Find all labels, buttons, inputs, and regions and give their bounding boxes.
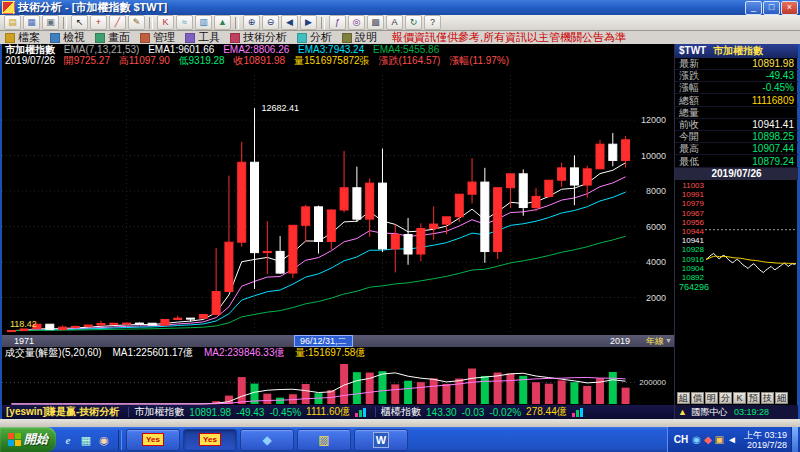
quote-tab-K[interactable]: K xyxy=(733,392,746,404)
menu-item-4[interactable]: 工具 xyxy=(185,30,220,45)
crosshair-tool-icon[interactable]: + xyxy=(90,15,107,30)
y-axis-tick: 10000 xyxy=(641,151,666,161)
menu-item-1[interactable]: 檢視 xyxy=(50,30,85,45)
window-bottom-frame xyxy=(0,419,800,427)
cursor-tool-icon[interactable]: ↖ xyxy=(71,15,88,30)
prev-period-icon[interactable]: ◀ xyxy=(281,15,298,30)
candle-chart-icon[interactable]: K xyxy=(157,15,174,30)
ticker-category: 國際中心 xyxy=(691,407,727,417)
price-ladder-value: 10944 xyxy=(675,227,704,236)
internet-explorer-icon[interactable]: e xyxy=(60,432,76,448)
quote-tab-分[interactable]: 分 xyxy=(719,392,732,404)
bar-chart-icon[interactable]: ▥ xyxy=(195,15,212,30)
intraday-sparkline xyxy=(705,180,797,282)
y-axis-tick: 2000 xyxy=(646,293,666,303)
language-indicator[interactable]: CH xyxy=(674,434,688,445)
text-note-icon[interactable]: A xyxy=(386,15,403,30)
quote-tab-預[interactable]: 預 xyxy=(747,392,760,404)
show-desktop-button[interactable] xyxy=(791,427,798,452)
yeswin-quote-window-button[interactable]: Yes xyxy=(126,429,180,451)
indicator-bar: 市加權指數 EMA(7,13,21,53) EMA1:9601.66 EMA2:… xyxy=(2,44,677,55)
menu-item-7[interactable]: 說明 xyxy=(342,30,377,45)
intraday-mini-chart[interactable]: 1100310991109791096710956109441094110928… xyxy=(675,180,798,282)
minimize-button[interactable]: _ xyxy=(745,1,762,15)
quote-row-label: 總額 xyxy=(679,95,699,107)
pencil-tool-icon[interactable]: ✎ xyxy=(128,15,145,30)
antivirus-tray-icon[interactable]: ◆ xyxy=(704,434,712,445)
spark-bar xyxy=(355,413,358,417)
line-chart-icon[interactable]: ≈ xyxy=(176,15,193,30)
print-icon[interactable]: ▣ xyxy=(42,15,59,30)
help-icon[interactable]: ? xyxy=(424,15,441,30)
menu-item-6[interactable]: 分析 xyxy=(297,30,332,45)
quote-row-label: 最高 xyxy=(679,143,699,155)
quote-panel-header[interactable]: $TWT 市加權指數 xyxy=(675,44,798,58)
show-desktop-icon[interactable]: ▦ xyxy=(78,432,94,448)
folder-window-button[interactable]: ▨ xyxy=(297,429,351,451)
period-mode-selector[interactable]: 年線 xyxy=(646,335,664,347)
trendline-tool-icon[interactable]: ╱ xyxy=(109,15,126,30)
technical-analysis-window: 技術分析 - [市加權指數 $TWT] _ □ × ▤▦▣↖+╱✎K≈▥▲⊕⊖◀… xyxy=(0,0,800,452)
yeswin-analysis-window-button[interactable]: Yes xyxy=(183,429,237,451)
volume-bar-chart[interactable]: 200000 xyxy=(2,358,674,405)
quote-tab-明[interactable]: 明 xyxy=(705,392,718,404)
menu-item-3[interactable]: 管理 xyxy=(140,30,175,45)
network-tray-icon[interactable]: ◉ xyxy=(692,434,701,445)
menu-item-icon xyxy=(230,33,240,43)
refresh-icon[interactable]: ↻ xyxy=(405,15,422,30)
quote-tab-細[interactable]: 細 xyxy=(775,392,788,404)
quote-row-value: 11116809 xyxy=(752,95,794,107)
main-candlestick-chart[interactable]: 2000400060008000100001200012682.41118.42 xyxy=(2,65,674,335)
area-chart-icon[interactable]: ▲ xyxy=(214,15,231,30)
spark-bar xyxy=(576,410,579,417)
quote-tab-價[interactable]: 價 xyxy=(691,392,704,404)
update-tray-icon[interactable]: ▣ xyxy=(715,434,724,445)
menu-item-icon xyxy=(140,33,150,43)
menu-item-0[interactable]: 檔案 xyxy=(5,30,40,45)
quote-panel-tabs: 組價明分K預技細 xyxy=(675,392,800,405)
news-ticker[interactable]: ▲ 國際中心 03:19:28 xyxy=(675,405,798,419)
ema4-value: EMA4:5455.86 xyxy=(373,44,439,55)
index1-sparkbars-icon xyxy=(355,408,366,417)
titlebar[interactable]: 技術分析 - [市加權指數 $TWT] _ □ × xyxy=(0,0,800,15)
series-low-label: 118.42 xyxy=(10,319,37,329)
price-ladder-value: 10991 xyxy=(675,190,704,199)
menu-item-2[interactable]: 畫面 xyxy=(95,30,130,45)
next-period-icon[interactable]: ▶ xyxy=(300,15,317,30)
ema-settings-label[interactable]: EMA(7,13,21,53) xyxy=(64,44,140,55)
restore-button[interactable]: □ xyxy=(763,1,780,15)
word-logo-icon: W xyxy=(373,432,389,448)
menu-item-label: 管理 xyxy=(153,30,175,45)
quote-row: 今開10898.25 xyxy=(675,131,798,143)
zoom-out-icon[interactable]: ⊖ xyxy=(262,15,279,30)
close-button[interactable]: × xyxy=(781,1,798,15)
menu-item-label: 畫面 xyxy=(108,30,130,45)
quote-row-value: 10907.44 xyxy=(752,143,794,155)
volume-tray-icon[interactable]: ◄ xyxy=(727,434,737,445)
menu-item-icon xyxy=(185,33,195,43)
menu-item-icon xyxy=(95,33,105,43)
grid-icon[interactable]: ▩ xyxy=(367,15,384,30)
quote-tab-組[interactable]: 組 xyxy=(677,392,690,404)
taskbar-clock[interactable]: 上午 03:19 2019/7/28 xyxy=(744,430,787,450)
y-axis-tick: 12000 xyxy=(641,115,666,125)
settings-icon[interactable]: ◎ xyxy=(348,15,365,30)
menu-item-5[interactable]: 技術分析 xyxy=(230,30,287,45)
volume-ma1: MA1:225601.17億 xyxy=(112,347,193,358)
menu-item-label: 檢視 xyxy=(63,30,85,45)
yeswin-logo-icon: Yes xyxy=(199,433,221,446)
chevron-down-icon[interactable]: ▼ xyxy=(665,335,672,347)
indicator-icon[interactable]: ƒ xyxy=(329,15,346,30)
spark-bar xyxy=(580,408,583,417)
open-file-icon[interactable]: ▤ xyxy=(4,15,21,30)
diamond-app-window-button[interactable]: ◆ xyxy=(240,429,294,451)
save-icon[interactable]: ▦ xyxy=(23,15,40,30)
zoom-in-icon[interactable]: ⊕ xyxy=(243,15,260,30)
quote-tab-技[interactable]: 技 xyxy=(761,392,774,404)
word-document-window-button[interactable]: W xyxy=(354,429,408,451)
start-button[interactable]: 開始 xyxy=(0,427,56,452)
volume-y-tick: 200000 xyxy=(639,378,666,387)
app-icon xyxy=(2,1,15,14)
windows-logo-icon xyxy=(8,433,21,446)
media-player-icon[interactable]: ◉ xyxy=(96,432,112,448)
